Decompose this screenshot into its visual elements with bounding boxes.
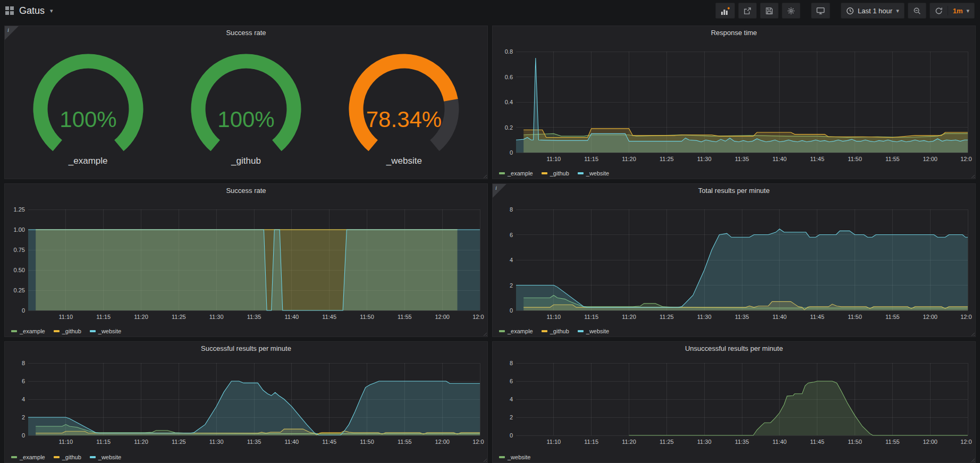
graph-legend: _example _github _website	[9, 325, 483, 338]
y-tick-label: 2	[22, 414, 25, 420]
refresh-icon	[935, 7, 943, 15]
graph-plot[interactable]: 0246811:1011:1511:2011:2511:3011:3511:40…	[497, 198, 972, 325]
dashboard-title[interactable]: Gatus	[19, 5, 45, 16]
x-tick-label: 11:55	[885, 156, 900, 162]
y-tick-label: 0	[22, 307, 25, 314]
legend-label: _website	[98, 328, 121, 334]
y-tick-label: 0.75	[14, 247, 25, 253]
zoom-out-button[interactable]	[908, 3, 926, 19]
panel-info-icon[interactable]: i	[493, 184, 506, 198]
legend-item-_example[interactable]: _example	[11, 328, 45, 334]
dashboard-dropdown-caret[interactable]: ▾	[50, 7, 53, 14]
legend-item-_example[interactable]: _example	[499, 328, 533, 334]
x-tick-label: 11:45	[810, 314, 824, 320]
legend-swatch-_example	[11, 456, 17, 458]
panel-title[interactable]: Response time	[493, 26, 975, 40]
gauge-arc: 100%	[180, 53, 312, 158]
x-tick-label: 11:20	[134, 314, 148, 320]
legend-item-_github[interactable]: _github	[542, 170, 569, 176]
y-tick-label: 0	[510, 307, 513, 314]
legend-label: _website	[586, 328, 609, 334]
panel-body: 00.20.40.60.811:1011:1511:2011:2511:3011…	[493, 40, 975, 179]
dashboard-settings-button[interactable]	[782, 3, 800, 19]
refresh-button-group[interactable]: 1m ▾	[930, 3, 975, 19]
legend-item-_website[interactable]: _website	[499, 454, 530, 460]
panel-success-rate-gauges: Success rate 100% _example 100% _github …	[4, 26, 488, 179]
gauge-label: _example	[69, 156, 108, 166]
legend-item-_website[interactable]: _website	[578, 328, 609, 334]
x-tick-label: 12:05	[960, 439, 972, 445]
panel-successful-results: Successful results per minute 0246811:10…	[4, 341, 488, 463]
panel-body: 00.250.500.751.001.2511:1011:1511:2011:2…	[5, 198, 487, 336]
gear-icon	[787, 7, 795, 15]
x-tick-label: 11:15	[584, 439, 598, 445]
x-tick-label: 11:45	[322, 314, 336, 320]
panel-title[interactable]: Unsuccessful results per minute	[493, 342, 975, 356]
panel-body: 0246811:1011:1511:2011:2511:3011:3511:40…	[493, 198, 975, 336]
panel-success-rate-graph: Success rate 00.250.500.751.001.2511:101…	[4, 183, 488, 337]
tv-mode-button[interactable]	[811, 3, 830, 19]
graph-plot[interactable]: 00.20.40.60.811:1011:1511:2011:2511:3011…	[497, 40, 972, 167]
graph-plot[interactable]: 0246811:1011:1511:2011:2511:3011:3511:40…	[9, 356, 484, 451]
y-tick-label: 0.4	[505, 99, 513, 105]
legend-item-_github[interactable]: _github	[542, 328, 569, 334]
gauge-row: 100% _example 100% _github 78.34% _websi…	[9, 40, 483, 179]
gauge-value: 100%	[217, 107, 274, 132]
x-tick-label: 11:35	[735, 439, 749, 445]
clock-icon	[846, 7, 854, 15]
time-range-picker[interactable]: Last 1 hour ▾	[841, 3, 905, 19]
add-panel-button[interactable]	[715, 3, 735, 19]
legend-item-_github[interactable]: _github	[54, 454, 81, 460]
legend-item-_example[interactable]: _example	[499, 170, 533, 176]
x-tick-label: 11:25	[172, 439, 186, 445]
panel-title[interactable]: Success rate	[5, 26, 487, 40]
save-dashboard-button[interactable]	[760, 3, 779, 19]
grafana-menu-icon[interactable]	[5, 6, 14, 15]
legend-item-_website[interactable]: _website	[90, 454, 121, 460]
y-tick-label: 0	[22, 432, 25, 439]
legend-label: _github	[62, 454, 81, 460]
legend-item-_website[interactable]: _website	[90, 328, 121, 334]
y-tick-label: 0	[510, 149, 513, 156]
graph-legend: _example _github _website	[497, 167, 971, 180]
graph-legend: _website	[497, 451, 971, 463]
graph-plot[interactable]: 0246811:1011:1511:2011:2511:3011:3511:40…	[497, 356, 972, 451]
panel-title[interactable]: Successful results per minute	[5, 342, 487, 356]
save-icon	[765, 7, 773, 15]
legend-item-_website[interactable]: _website	[578, 170, 609, 176]
panel-unsuccessful-results: Unsuccessful results per minute 0246811:…	[492, 341, 976, 463]
series-area-_website	[28, 381, 480, 435]
panel-info-icon[interactable]: i	[5, 26, 19, 40]
legend-swatch-_website	[578, 330, 584, 332]
panel-body: 0246811:1011:1511:2011:2511:3011:3511:40…	[493, 356, 975, 462]
share-dashboard-button[interactable]	[738, 3, 757, 19]
gauge-value: 78.34%	[366, 107, 442, 132]
x-tick-label: 11:50	[848, 314, 862, 320]
refresh-interval-label: 1m	[953, 7, 963, 15]
x-tick-label: 11:10	[58, 314, 73, 320]
x-tick-label: 11:15	[96, 439, 111, 445]
y-tick-label: 2	[510, 282, 513, 289]
share-icon	[744, 7, 751, 15]
dashboard-grid: Success rate 100% _example 100% _github …	[0, 21, 980, 463]
panel-title[interactable]: Total results per minute	[493, 184, 975, 198]
x-tick-label: 12:05	[472, 314, 484, 320]
gauge-_website: 78.34% _website	[337, 53, 470, 166]
x-tick-label: 11:15	[584, 314, 598, 320]
graph-legend: _example _github _website	[9, 451, 483, 463]
button-divider	[948, 6, 948, 15]
y-tick-label: 0	[510, 432, 513, 439]
legend-label: _website	[586, 170, 609, 176]
x-tick-label: 11:35	[735, 156, 749, 162]
legend-label: _website	[98, 454, 121, 460]
graph-plot[interactable]: 00.250.500.751.001.2511:1011:1511:2011:2…	[9, 198, 484, 325]
y-tick-label: 1.00	[14, 226, 25, 233]
gauge-arc: 78.34%	[337, 53, 470, 158]
x-tick-label: 12:00	[435, 314, 450, 320]
legend-swatch-_website	[90, 330, 96, 332]
legend-item-_github[interactable]: _github	[54, 328, 81, 334]
y-tick-label: 0.6	[505, 74, 513, 80]
panel-title[interactable]: Success rate	[5, 184, 487, 198]
legend-item-_example[interactable]: _example	[11, 454, 45, 460]
legend-swatch-_example	[499, 172, 505, 174]
